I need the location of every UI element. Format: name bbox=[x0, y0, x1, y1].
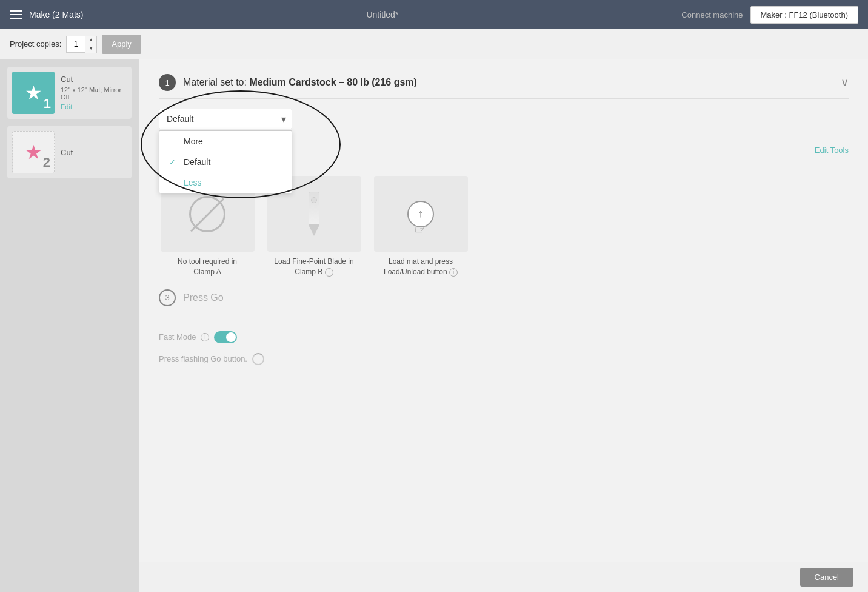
step3-section: 3 Press Go Fast Mode i Press flashing Go… bbox=[159, 289, 849, 365]
cancel-button[interactable]: Cancel bbox=[800, 568, 853, 587]
step3-header: 3 Press Go bbox=[159, 289, 849, 314]
loading-spinner-icon bbox=[252, 353, 264, 365]
header-right: Connect machine Maker : FF12 (Bluetooth) bbox=[681, 6, 858, 24]
step1-number: 1 bbox=[159, 74, 176, 91]
default-check-icon: ✓ bbox=[169, 158, 179, 167]
dropdown-item-more[interactable]: More bbox=[159, 131, 292, 152]
fast-mode-toggle[interactable] bbox=[214, 331, 237, 343]
copies-up-button[interactable]: ▲ bbox=[85, 36, 96, 44]
load-mat-image: ↑ ☞ bbox=[374, 176, 468, 252]
load-mat-label: Load mat and pressLoad/Unload button i bbox=[384, 257, 458, 277]
mat1-subtitle: 12" x 12" Mat; Mirror Off bbox=[61, 86, 127, 101]
project-copies-label: Project copies: bbox=[10, 39, 61, 49]
document-name: Untitled* bbox=[83, 10, 681, 19]
blade-label: Load Fine-Point Blade inClamp B i bbox=[274, 257, 353, 277]
step3-title: Press Go bbox=[183, 292, 224, 303]
app-title: Make (2 Mats) bbox=[29, 10, 83, 19]
copies-spinner: ▲ ▼ bbox=[85, 36, 96, 53]
step1-title: Material set to: Medium Cardstock – 80 l… bbox=[183, 77, 417, 88]
mat2-cut-label: Cut bbox=[61, 148, 127, 157]
press-go-label: Press flashing Go button. bbox=[159, 354, 247, 363]
mat2-number: 2 bbox=[43, 155, 50, 170]
footer: Cancel bbox=[139, 562, 868, 592]
toggle-knob bbox=[226, 332, 236, 342]
dropdown-container: Default More Less ▾ bbox=[159, 109, 292, 129]
mat1-number: 1 bbox=[44, 96, 51, 112]
dropdown-item-default[interactable]: ✓ Default bbox=[159, 152, 292, 172]
fast-mode-row: Fast Mode i bbox=[159, 331, 849, 343]
tool-card-load-mat: ↑ ☞ Load mat and pressLoad/Unload button… bbox=[372, 176, 469, 277]
dropdown-item-less[interactable]: Less bbox=[159, 172, 292, 193]
press-go-row: Press flashing Go button. bbox=[159, 353, 849, 365]
content-area: 1 Material set to: Medium Cardstock – 80… bbox=[139, 59, 868, 592]
toolbar: Project copies: ▲ ▼ Apply bbox=[0, 29, 868, 59]
load-mat-info-icon[interactable]: i bbox=[449, 268, 458, 277]
mat1-info: Cut 12" x 12" Mat; Mirror Off Edit bbox=[61, 75, 127, 112]
step1-chevron-icon[interactable]: ∨ bbox=[841, 76, 849, 89]
no-tool-label: No tool required inClamp A bbox=[178, 257, 237, 277]
copies-down-button[interactable]: ▼ bbox=[85, 44, 96, 53]
step3-content: Fast Mode i Press flashing Go button. bbox=[159, 324, 849, 365]
mat1-cut-label: Cut bbox=[61, 75, 127, 84]
mat2-info: Cut bbox=[61, 148, 127, 157]
menu-icon[interactable] bbox=[10, 10, 22, 19]
load-mat-icon: ↑ ☞ bbox=[396, 190, 445, 238]
edit-tools-link[interactable]: Edit Tools bbox=[815, 146, 849, 155]
blade-icon bbox=[309, 192, 319, 236]
mat1-star-icon: ★ bbox=[25, 81, 42, 104]
blade-info-icon[interactable]: i bbox=[325, 268, 333, 277]
step1-section: 1 Material set to: Medium Cardstock – 80… bbox=[159, 74, 849, 129]
apply-button[interactable]: Apply bbox=[102, 35, 141, 54]
mat2-star-icon: ★ bbox=[25, 141, 42, 164]
connect-machine-label: Connect machine bbox=[681, 10, 743, 19]
step3-number: 3 bbox=[159, 289, 176, 306]
main-layout: ★ 1 Cut 12" x 12" Mat; Mirror Off Edit ★… bbox=[0, 59, 868, 592]
copies-input-container: ▲ ▼ bbox=[66, 36, 97, 53]
pressure-dropdown[interactable]: Default More Less bbox=[159, 109, 292, 129]
dropdown-area: Default More Less ▾ More ✓ Default bbox=[159, 109, 849, 129]
mat-card-2: ★ 2 Cut bbox=[7, 126, 132, 178]
mat-card-1: ★ 1 Cut 12" x 12" Mat; Mirror Off Edit bbox=[7, 67, 132, 119]
copies-input[interactable] bbox=[67, 39, 85, 49]
dropdown-popup: More ✓ Default Less bbox=[159, 130, 292, 193]
sidebar: ★ 1 Cut 12" x 12" Mat; Mirror Off Edit ★… bbox=[0, 59, 139, 592]
header: Make (2 Mats) Untitled* Connect machine … bbox=[0, 0, 868, 29]
mat-thumbnail-1: ★ 1 bbox=[12, 72, 55, 114]
mat-thumbnail-2: ★ 2 bbox=[12, 131, 55, 173]
fast-mode-label: Fast Mode bbox=[159, 332, 196, 341]
fast-mode-info-icon[interactable]: i bbox=[201, 333, 209, 341]
step1-header: 1 Material set to: Medium Cardstock – 80… bbox=[159, 74, 849, 99]
mat1-edit-link[interactable]: Edit bbox=[61, 103, 72, 110]
no-tool-icon bbox=[186, 193, 229, 235]
machine-button[interactable]: Maker : FF12 (Bluetooth) bbox=[750, 6, 859, 24]
